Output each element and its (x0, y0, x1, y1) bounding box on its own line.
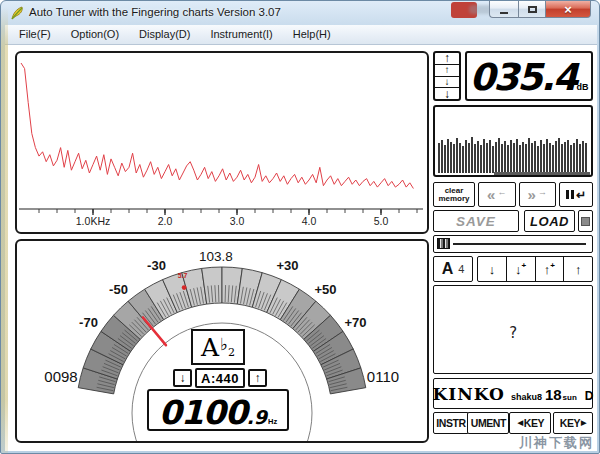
memory-bar (576, 139, 578, 173)
close-button[interactable]: × (546, 1, 591, 18)
memory-bar (531, 143, 533, 173)
instrument-size: 18 (545, 386, 562, 403)
instrument-name: shaku8 (511, 392, 542, 402)
memory-bar (552, 145, 554, 173)
frequency-display: 0100.9Hz (147, 389, 289, 431)
ument-label: UMENT (471, 417, 506, 429)
maximize-icon (528, 6, 537, 13)
step-back-icon: ← (497, 187, 506, 197)
svg-text:+30: +30 (276, 258, 298, 273)
memory-bar (501, 144, 503, 173)
save-button[interactable]: SAVE (433, 210, 519, 232)
memory-bar (567, 140, 569, 173)
memory-bar (564, 142, 566, 173)
memory-bar (543, 144, 545, 173)
menu-help[interactable]: Help(H) (283, 25, 341, 44)
load-button[interactable]: LOAD (524, 210, 575, 232)
menu-instrument[interactable]: Instrument(I) (200, 25, 282, 44)
menu-display[interactable]: Display(D) (129, 25, 200, 44)
instr-label: INSTR (436, 417, 466, 429)
memory-bar (504, 141, 506, 173)
note-down-fine-button[interactable]: ↓+ (507, 257, 536, 281)
down-arrow-icon: ↓ (445, 77, 450, 87)
pause-button[interactable]: ↵ (559, 182, 593, 207)
level-up-button[interactable]: ↑ (435, 65, 459, 77)
memory-bar (579, 144, 581, 173)
note-letter: A (201, 335, 219, 360)
up-arrow-icon: ↑ (444, 53, 450, 63)
memory-bar (570, 145, 572, 173)
level-spinner: ↑ ↑ ↓ ↓ (433, 51, 461, 101)
menu-option[interactable]: Option(O) (61, 25, 129, 44)
svg-text:-50: -50 (109, 282, 128, 297)
right-control-column: ↑ ↑ ↓ ↓ 035.4dB clear memory (433, 51, 593, 434)
memory-position-strip (494, 172, 590, 175)
memory-bar (513, 143, 515, 173)
reference-up-button[interactable]: ↑ (248, 369, 267, 387)
memory-bar (582, 141, 584, 173)
memory-bar (528, 138, 530, 173)
memory-bar (516, 139, 518, 173)
svg-text:5.7: 5.7 (178, 272, 188, 279)
titlebar: Auto Tuner with the Fingering charts Ver… (1, 1, 599, 25)
svg-text:+70: +70 (344, 315, 366, 330)
note-up-fine-button[interactable]: ↑+ (536, 257, 565, 281)
svg-text:2.0: 2.0 (158, 215, 173, 227)
app-icon (10, 6, 25, 21)
a4-octave: 4 (458, 263, 464, 275)
memory-bar (510, 140, 512, 173)
position-slider[interactable] (433, 235, 593, 253)
instrument-size-unit: sun (563, 393, 577, 402)
memory-bar (486, 143, 488, 173)
svg-text:3.0: 3.0 (230, 215, 245, 227)
memory-waveform-display (433, 105, 593, 177)
rewind-button[interactable]: «← (478, 182, 516, 207)
instrument-display: KINKO shaku8 18 sun D (433, 378, 593, 409)
load-label: LOAD (530, 214, 569, 229)
save-label: SAVE (456, 214, 496, 229)
memory-bar (453, 144, 455, 173)
clear-memory-button[interactable]: clear memory (433, 182, 475, 207)
maximize-button[interactable] (518, 1, 546, 18)
memory-bar (561, 144, 563, 173)
svg-text:4.0: 4.0 (302, 215, 317, 227)
a4-button[interactable]: A4 (433, 256, 473, 282)
instrument-select-button-left[interactable]: INSTR (433, 412, 469, 434)
key-previous-button[interactable]: ◀KEY (509, 412, 551, 434)
level-display: 035.4dB (465, 51, 593, 101)
note-down-button[interactable]: ↓ (478, 257, 507, 281)
content-area: 1.0KHz2.03.04.05.0 -70-50-30+30+50+70103… (5, 45, 597, 451)
transport-row: clear memory «← »→ ↵ (433, 182, 593, 207)
frequency-unit: Hz (268, 417, 277, 426)
slider-thumb[interactable] (437, 238, 450, 249)
plus-icon: + (522, 259, 527, 272)
minimize-button[interactable] (489, 1, 518, 18)
svg-text:103.8: 103.8 (199, 249, 233, 264)
level-up-fast-button[interactable]: ↑ (435, 53, 459, 65)
fingering-placeholder: ? (434, 324, 592, 342)
forward-button[interactable]: »→ (519, 182, 557, 207)
note-up-button[interactable]: ↑ (564, 257, 592, 281)
step-forward-icon: → (538, 187, 547, 197)
reference-down-button[interactable]: ↓ (173, 369, 192, 387)
flat-icon: ♭ (220, 334, 228, 354)
up-arrow-icon: ↑ (445, 65, 450, 75)
memory-bar (549, 143, 551, 173)
stop-button[interactable] (578, 210, 593, 232)
key-label: KEY (560, 417, 580, 429)
svg-text:0110: 0110 (367, 368, 399, 385)
instrument-select-button-right[interactable]: UMENT (467, 412, 509, 434)
window-controls: × (489, 1, 591, 18)
rewind-icon: « (487, 188, 495, 202)
level-down-fast-button[interactable]: ↓ (435, 88, 459, 99)
site-watermark: 川神下载网 (519, 434, 594, 452)
svg-text:1.0KHz: 1.0KHz (76, 215, 110, 227)
menubar: File(F) Option(O) Display(D) Instrument(… (5, 25, 597, 45)
memory-bar (522, 142, 524, 173)
menu-file[interactable]: File(F) (9, 25, 61, 44)
key-next-button[interactable]: KEY▶ (553, 412, 593, 434)
memory-bar (507, 145, 509, 173)
svg-text:-70: -70 (79, 315, 98, 330)
memory-bar (474, 144, 476, 173)
memory-bar (450, 142, 452, 173)
